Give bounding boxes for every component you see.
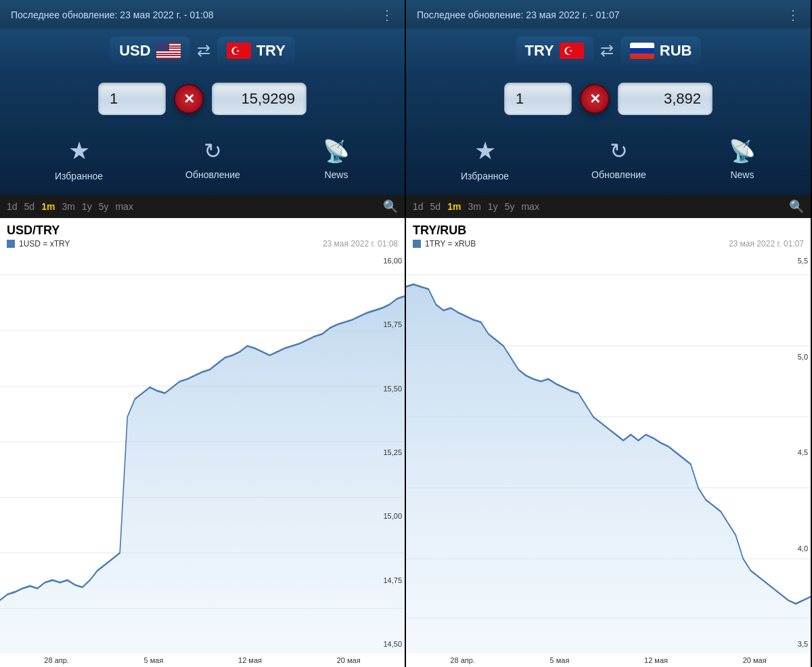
period-3m-1[interactable]: 3m — [62, 201, 74, 212]
input-value-box-2[interactable]: 1 — [504, 83, 572, 115]
refresh-button-2[interactable]: ↻ Обновление — [591, 138, 646, 180]
y-label-2-3: 4,5 — [798, 448, 808, 456]
period-1y-1[interactable]: 1y — [82, 201, 92, 212]
y-label-1-2: 15,75 — [383, 320, 402, 328]
news-icon-2: 📡 — [729, 138, 756, 164]
currency-from-code-1: USD — [119, 42, 150, 60]
chart-subtitle-1: 1USD = xTRY 23 мая 2022 г. 01:08 — [7, 239, 398, 249]
x-label-1-4: 20 мая — [337, 656, 361, 664]
x-label-2-3: 12 мая — [644, 656, 668, 664]
chart-svg-1 — [0, 251, 405, 653]
y-label-2-4: 4,0 — [798, 544, 808, 553]
currency-from-code-2: TRY — [525, 42, 554, 60]
currency-to-code-2: RUB — [660, 42, 692, 60]
last-update-label-1: Последнее обновление: 23 мая 2022 г. - 0… — [11, 9, 214, 20]
chart-pair-title-2: TRY/RUB — [413, 223, 804, 238]
x-label-2-1: 28 апр. — [450, 656, 475, 664]
y-label-1-3: 15,50 — [383, 385, 402, 393]
actions-area-2: ★ Избранное ↻ Обновление 📡 News — [406, 125, 811, 195]
favorites-label-1: Избранное — [55, 171, 103, 181]
period-1m-1[interactable]: 1m — [41, 201, 55, 212]
chart-header-1: USD/TRY 1USD = xTRY 23 мая 2022 г. 01:08 — [0, 218, 405, 251]
search-icon-2[interactable]: 🔍 — [789, 199, 804, 214]
output-value-2: 3,892 — [664, 90, 701, 107]
input-value-2: 1 — [516, 90, 524, 107]
x-axis-labels-1: 28 апр. 5 мая 12 мая 20 мая — [0, 653, 405, 667]
currency-to-2[interactable]: RUB — [621, 37, 702, 65]
y-label-1-5: 15,00 — [383, 512, 402, 520]
chart-svg-2 — [406, 251, 811, 653]
input-area-2: 1 ✕ 3,892 — [406, 73, 811, 125]
output-value-box-1[interactable]: 15,9299 — [212, 83, 307, 115]
chart-area-2: 5,5 5,0 4,5 4,0 3,5 — [406, 251, 811, 653]
chart-legend-box-1 — [7, 240, 15, 248]
chart-toolbar-2: 1d 5d 1m 3m 1y 5y max 🔍 — [406, 195, 811, 218]
refresh-button-1[interactable]: ↻ Обновление — [185, 138, 240, 180]
news-button-1[interactable]: 📡 News — [323, 138, 350, 180]
flag-ru-2 — [630, 43, 654, 59]
chart-legend-text-2: 1TRY = xRUB — [425, 239, 476, 249]
period-5y-1[interactable]: 5y — [99, 201, 109, 212]
refresh-icon-2: ↻ — [610, 138, 628, 164]
flag-tr-2 — [560, 43, 584, 59]
clear-button-1[interactable]: ✕ — [174, 84, 204, 114]
y-label-1-7: 14,50 — [383, 640, 402, 648]
time-periods-1: 1d 5d 1m 3m 1y 5y max — [7, 201, 133, 212]
period-5y-2[interactable]: 5y — [505, 201, 515, 212]
header-try-rub: Последнее обновление: 23 мая 2022 г. - 0… — [406, 0, 811, 28]
refresh-icon-1: ↻ — [204, 138, 222, 164]
favorites-button-1[interactable]: ★ Избранное — [55, 137, 103, 181]
output-value-box-2[interactable]: 3,892 — [618, 83, 713, 115]
input-value-box-1[interactable]: 1 — [98, 83, 166, 115]
more-menu-icon-1[interactable]: ⋮ — [380, 7, 394, 23]
currency-to-code-1: TRY — [256, 42, 286, 60]
y-axis-labels-2: 5,5 5,0 4,5 4,0 3,5 — [798, 251, 808, 653]
chart-legend-box-2 — [413, 240, 421, 248]
y-label-2-5: 3,5 — [798, 640, 808, 648]
input-value-1: 1 — [110, 90, 118, 107]
period-max-2[interactable]: max — [521, 201, 539, 212]
currency-from-1[interactable]: USD — [110, 37, 189, 65]
period-1y-2[interactable]: 1y — [488, 201, 498, 212]
period-1d-2[interactable]: 1d — [413, 201, 424, 212]
chart-date-1: 23 мая 2022 г. 01:08 — [323, 239, 398, 249]
star-icon-1: ★ — [68, 137, 90, 165]
x-label-1-2: 5 мая — [144, 656, 164, 664]
chart-pair-title-1: USD/TRY — [7, 223, 398, 238]
y-label-2-2: 5,0 — [798, 353, 808, 361]
news-icon-1: 📡 — [323, 138, 350, 164]
swap-icon-2[interactable]: ⇄ — [600, 41, 614, 60]
chart-container-2: 1d 5d 1m 3m 1y 5y max 🔍 TRY/RUB 1TRY = x… — [406, 195, 811, 667]
output-value-1: 15,9299 — [241, 90, 295, 107]
refresh-label-2: Обновление — [591, 169, 646, 180]
chart-date-2: 23 мая 2022 г. 01:07 — [729, 239, 804, 249]
y-label-1-4: 15,25 — [383, 448, 402, 456]
period-5d-1[interactable]: 5d — [24, 201, 35, 212]
period-5d-2[interactable]: 5d — [430, 201, 441, 212]
period-3m-2[interactable]: 3m — [468, 201, 480, 212]
x-label-1-3: 12 мая — [238, 656, 262, 664]
x-label-2-2: 5 мая — [550, 656, 570, 664]
y-axis-labels-1: 16,00 15,75 15,50 15,25 15,00 14,75 14,5… — [383, 251, 402, 653]
y-label-1-1: 16,00 — [383, 257, 402, 265]
period-1d-1[interactable]: 1d — [7, 201, 18, 212]
header-usd-try: Последнее обновление: 23 мая 2022 г. - 0… — [0, 0, 405, 28]
chart-toolbar-1: 1d 5d 1m 3m 1y 5y max 🔍 — [0, 195, 405, 218]
clear-icon-2: ✕ — [589, 91, 601, 107]
chart-legend-text-1: 1USD = xTRY — [19, 239, 70, 249]
period-max-1[interactable]: max — [115, 201, 133, 212]
currency-bar-1: USD ⇄ TRY — [0, 28, 405, 73]
x-axis-labels-2: 28 апр. 5 мая 12 мая 20 мая — [406, 653, 811, 667]
chart-subtitle-2: 1TRY = xRUB 23 мая 2022 г. 01:07 — [413, 239, 804, 249]
favorites-label-2: Избранное — [461, 171, 509, 181]
currency-to-1[interactable]: TRY — [217, 37, 295, 65]
clear-button-2[interactable]: ✕ — [580, 84, 610, 114]
search-icon-1[interactable]: 🔍 — [383, 199, 398, 214]
favorites-button-2[interactable]: ★ Избранное — [461, 137, 509, 181]
period-1m-2[interactable]: 1m — [447, 201, 461, 212]
currency-from-2[interactable]: TRY — [516, 37, 593, 65]
y-label-1-6: 14,75 — [383, 576, 402, 584]
swap-icon-1[interactable]: ⇄ — [197, 41, 210, 60]
news-button-2[interactable]: 📡 News — [729, 138, 756, 180]
more-menu-icon-2[interactable]: ⋮ — [786, 7, 800, 23]
